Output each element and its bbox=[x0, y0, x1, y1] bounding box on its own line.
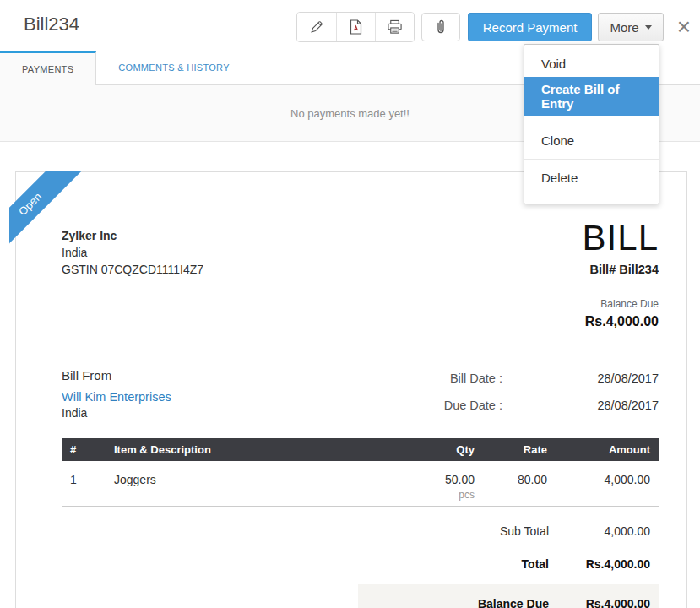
line-items-table: # Item & Description Qty Rate Amount 1 J… bbox=[62, 438, 659, 507]
balance-due-amount: Rs.4,000.00 bbox=[583, 314, 659, 329]
bill-document: Open Zylker Inc India GSTIN 07CQZCD1111I… bbox=[15, 171, 687, 608]
document-type-heading: BILL bbox=[583, 220, 659, 257]
record-payment-button[interactable]: Record Payment bbox=[468, 13, 593, 41]
bill-number: Bill# Bill234 bbox=[583, 263, 659, 276]
toolbar: Record Payment More × bbox=[296, 12, 691, 42]
row-qty-value: 50.00 bbox=[414, 473, 475, 486]
more-button[interactable]: More bbox=[598, 13, 663, 41]
print-button[interactable] bbox=[375, 13, 414, 41]
bill-date-row: Bill Date : 28/08/2017 bbox=[444, 372, 659, 385]
col-header-item: Item & Description bbox=[106, 438, 405, 461]
icon-button-group bbox=[296, 12, 415, 42]
more-dropdown-menu: Void Create Bill of Entry Clone Delete bbox=[524, 44, 659, 204]
row-item-name: Joggers bbox=[106, 461, 405, 507]
page-title: Bill234 bbox=[24, 14, 79, 35]
col-header-index: # bbox=[62, 438, 106, 461]
row-index: 1 bbox=[62, 461, 106, 507]
printer-icon bbox=[387, 19, 403, 35]
balance-due-row-value: Rs.4,000.00 bbox=[549, 597, 650, 608]
due-date-value: 28/08/2017 bbox=[502, 399, 659, 412]
balance-due-row-label: Balance Due bbox=[366, 597, 549, 608]
due-date-row: Due Date : 28/08/2017 bbox=[444, 399, 659, 412]
bill-from-block: Bill From Will Kim Enterprises India bbox=[62, 368, 171, 426]
empty-payments-message: No payments made yet!! bbox=[290, 107, 410, 120]
bill-from-and-dates-row: Bill From Will Kim Enterprises India Bil… bbox=[62, 368, 659, 426]
more-button-label: More bbox=[610, 20, 638, 35]
bill-from-label: Bill From bbox=[62, 368, 171, 383]
subtotal-value: 4,000.00 bbox=[549, 524, 650, 538]
chevron-down-icon bbox=[645, 25, 652, 30]
pdf-button[interactable] bbox=[336, 13, 375, 41]
organization-gstin: GSTIN 07CQZCD1111I4Z7 bbox=[62, 263, 659, 276]
row-qty-unit: pcs bbox=[414, 489, 475, 501]
row-qty: 50.00 pcs bbox=[405, 461, 483, 507]
totals-section: Sub Total 4,000.00 Total Rs.4,000.00 Bal… bbox=[358, 517, 659, 608]
organization-country: India bbox=[62, 246, 659, 259]
pdf-file-icon bbox=[349, 19, 363, 35]
balance-due-row: Balance Due Rs.4,000.00 bbox=[358, 584, 659, 608]
dates-block: Bill Date : 28/08/2017 Due Date : 28/08/… bbox=[444, 368, 659, 426]
col-header-qty: Qty bbox=[405, 438, 483, 461]
menu-item-delete[interactable]: Delete bbox=[524, 160, 659, 196]
total-label: Total bbox=[366, 557, 549, 571]
menu-item-clone[interactable]: Clone bbox=[524, 122, 659, 159]
row-amount: 4,000.00 bbox=[556, 461, 659, 507]
pencil-icon bbox=[309, 19, 324, 35]
menu-item-create-bill-of-entry[interactable]: Create Bill of Entry bbox=[524, 77, 659, 116]
col-header-amount: Amount bbox=[556, 438, 659, 461]
balance-due-label: Balance Due bbox=[583, 298, 659, 310]
attachments-button[interactable] bbox=[421, 13, 460, 41]
total-row: Total Rs.4,000.00 bbox=[358, 550, 659, 578]
close-icon[interactable]: × bbox=[677, 15, 691, 39]
organization-name: Zylker Inc bbox=[62, 229, 659, 242]
subtotal-label: Sub Total bbox=[366, 524, 549, 538]
total-value: Rs.4,000.00 bbox=[549, 557, 650, 571]
tab-comments-history[interactable]: COMMENTS & HISTORY bbox=[96, 51, 252, 84]
vendor-country: India bbox=[62, 406, 171, 420]
table-header-row: # Item & Description Qty Rate Amount bbox=[62, 438, 659, 461]
edit-button[interactable] bbox=[297, 13, 336, 41]
menu-item-void[interactable]: Void bbox=[524, 51, 659, 77]
organization-block: Zylker Inc India GSTIN 07CQZCD1111I4Z7 bbox=[62, 229, 659, 276]
col-header-rate: Rate bbox=[483, 438, 556, 461]
bill-date-value: 28/08/2017 bbox=[502, 372, 659, 385]
bill-date-label: Bill Date : bbox=[450, 372, 502, 385]
vendor-link[interactable]: Will Kim Enterprises bbox=[62, 390, 171, 404]
row-rate: 80.00 bbox=[483, 461, 556, 507]
due-date-label: Due Date : bbox=[444, 399, 502, 412]
bill-meta-block: BILL Bill# Bill234 Balance Due Rs.4,000.… bbox=[583, 220, 659, 329]
subtotal-row: Sub Total 4,000.00 bbox=[358, 517, 659, 546]
header: Bill234 bbox=[0, 0, 700, 51]
table-row: 1 Joggers 50.00 pcs 80.00 4,000.00 bbox=[62, 461, 659, 507]
tab-payments[interactable]: PAYMENTS bbox=[0, 51, 96, 85]
paperclip-icon bbox=[435, 19, 447, 35]
